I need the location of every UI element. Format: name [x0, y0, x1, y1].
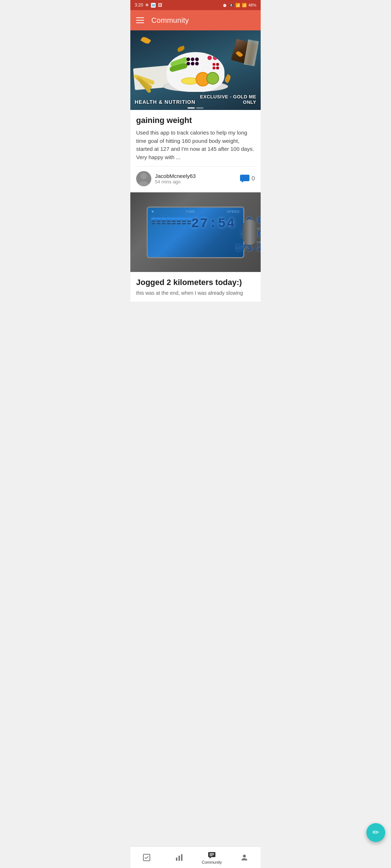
status-right: ⏰ 🔇 📶 📶 48% — [222, 3, 256, 8]
page-title: Community — [151, 16, 189, 25]
app-header: Community — [130, 10, 261, 30]
wifi-icon: 📶 — [235, 3, 240, 8]
post-preview-2: this was at the end, when I was already … — [136, 290, 255, 296]
avatar-silhouette — [136, 171, 151, 186]
image-icon: 🖼 — [158, 3, 162, 8]
banner-carousel[interactable]: HEALTH & NUTRITION EXCLUSIVE - GOLD ME O… — [130, 30, 261, 110]
battery-display: 48% — [248, 3, 256, 7]
author-time-1: 54 mins ago — [155, 179, 196, 184]
heart-indicator: ♥ — [151, 209, 154, 214]
post-footer-1: JacobMcneely63 54 mins ago 0 — [136, 171, 255, 186]
menu-button[interactable] — [136, 17, 144, 23]
post-card-1[interactable]: gaining weight Used this app to track ca… — [130, 110, 261, 192]
lcd-progress-left — [151, 216, 191, 225]
banner-image: HEALTH & NUTRITION EXCLUSIVE - GOLD ME O… — [130, 30, 261, 110]
lcd-time-display: 27:54 — [191, 216, 236, 231]
alarm-icon: ⏰ — [222, 3, 227, 8]
time-label: TIME — [186, 210, 195, 213]
author-name-1: JacobMcneely63 — [155, 173, 196, 179]
post-body-2-container: Jogged 2 kilometers today:) this was at … — [130, 272, 261, 302]
comment-badge-1[interactable]: 0 — [240, 175, 255, 183]
comment-count-1: 0 — [252, 175, 255, 182]
main-content: HEALTH & NUTRITION EXCLUSIVE - GOLD ME O… — [130, 30, 261, 325]
hamburger-line1 — [136, 17, 144, 18]
hamburger-line2 — [136, 20, 144, 21]
treadmill-dial — [243, 220, 257, 245]
svg-point-0 — [140, 173, 147, 179]
author-details-1: JacobMcneely63 54 mins ago — [155, 173, 196, 184]
svg-rect-2 — [240, 175, 249, 181]
hamburger-line3 — [136, 22, 144, 23]
banana — [133, 76, 159, 90]
svg-marker-3 — [242, 181, 244, 183]
mute-icon: 🔇 — [229, 3, 234, 8]
snowflake-icon: ❄ — [145, 3, 149, 8]
post-card-2[interactable]: ♥ TIME SPEED — [130, 192, 261, 302]
author-avatar-1 — [136, 171, 151, 186]
slide-indicators — [188, 107, 203, 109]
slide-dot-1 — [188, 107, 195, 109]
banner-label-left: HEALTH & NUTRITION — [135, 99, 196, 105]
status-left: 3:20 ❄ in 🖼 — [135, 3, 162, 8]
post-divider-1 — [136, 166, 255, 167]
lcd-screen: ♥ TIME SPEED — [147, 207, 244, 258]
status-bar: 3:20 ❄ in 🖼 ⏰ 🔇 📶 📶 48% — [130, 0, 261, 10]
banner-label-right: EXCLUSIVE - GOLD ME ONLY — [200, 94, 256, 105]
signal-icon: 📶 — [242, 3, 247, 8]
lcd-time-value: 27:54 — [191, 216, 236, 231]
post-title-1: gaining weight — [136, 116, 255, 125]
author-info-1: JacobMcneely63 54 mins ago — [136, 171, 196, 186]
bowl — [167, 52, 224, 92]
linkedin-icon: in — [151, 3, 156, 8]
post-image-2: ♥ TIME SPEED — [130, 192, 261, 272]
time-display: 3:20 — [135, 3, 143, 8]
svg-point-1 — [139, 181, 149, 186]
post-body-1: Used this app to track calories to help … — [136, 129, 255, 161]
post-title-2: Jogged 2 kilometers today:) — [136, 278, 255, 287]
lcd-cal-value: 173.2 — [236, 244, 261, 253]
comment-icon-1 — [240, 175, 249, 183]
speed-label: SPEED — [227, 210, 240, 213]
slide-dot-2 — [196, 107, 203, 109]
treadmill-scene: ♥ TIME SPEED — [130, 192, 261, 272]
